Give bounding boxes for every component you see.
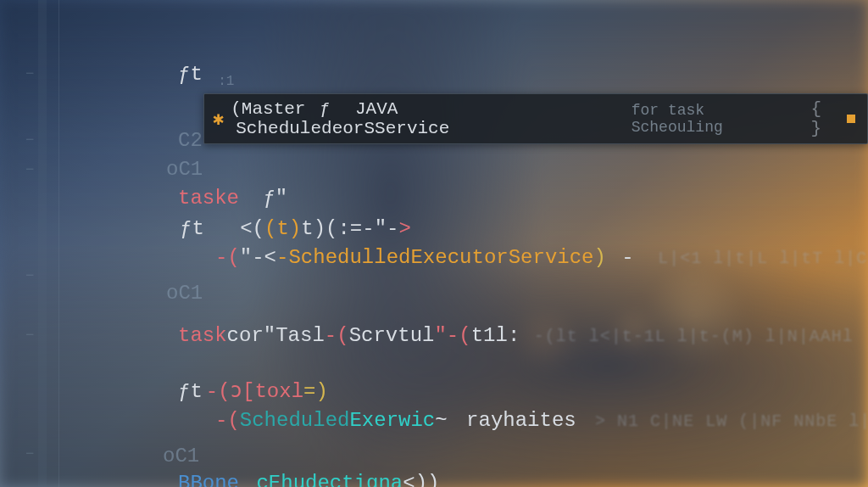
- token: ƒ": [263, 187, 287, 210]
- tooltip-tail: for task Scheouling: [632, 102, 804, 136]
- token: :1: [218, 74, 234, 89]
- token: -(: [325, 324, 349, 347]
- autocomplete-tooltip[interactable]: ✱ (Master ƒ JAVA ScheduledeorSService fo…: [203, 93, 868, 144]
- token: ): [594, 246, 606, 269]
- token-blurred: > N1 C|NE LW (|NF NNbE l|N|: [595, 411, 868, 431]
- code-line: C2: [178, 126, 203, 156]
- code-line: taske ƒ": [178, 183, 287, 214]
- token: t1l:: [471, 324, 520, 347]
- code-line: -(ScheduledExerwic~ rayhaites > N1 C|NE …: [215, 406, 868, 436]
- token: oC1: [163, 445, 199, 467]
- code-line: oC1: [166, 278, 203, 309]
- token: cor": [227, 324, 276, 347]
- token: -: [621, 246, 633, 269]
- token: ƒt: [178, 63, 203, 86]
- token: rayhaites: [466, 409, 576, 432]
- token-keyword: taske: [178, 187, 239, 210]
- token: "-(: [434, 324, 470, 347]
- star-icon: ✱: [213, 108, 224, 131]
- token-classname: SchedulledExecutorService: [288, 246, 593, 269]
- code-line: ƒt :1: [178, 59, 234, 92]
- token: -(ɔ[toxl: [206, 380, 303, 403]
- token: <(: [240, 217, 264, 240]
- token: t)(:=-"-: [301, 217, 398, 240]
- token: -(: [215, 409, 240, 432]
- token: <)): [403, 472, 439, 487]
- token: -: [276, 246, 288, 269]
- token: "-<: [240, 246, 276, 269]
- token: C2: [178, 129, 203, 152]
- token: -(: [215, 246, 240, 269]
- code-line: ƒt-(ɔ[toxl=): [178, 377, 328, 407]
- tooltip-symbols: { }: [811, 99, 841, 138]
- token-classname: Exerwic: [349, 409, 435, 432]
- token: oC1: [166, 282, 203, 305]
- square-icon: [847, 115, 855, 123]
- token: BBone: [178, 472, 239, 487]
- token: oC1: [166, 158, 203, 181]
- code-line: ƒt <((t)t)(:=-"->: [180, 214, 411, 244]
- token: (t): [264, 217, 301, 240]
- code-line: taskcor"Tasl-(Scrvtul"-(t1l: -(lt l<|t-1…: [178, 321, 854, 351]
- token-blurred: -(lt l<|t-1L l|t-(M) l|N|AAHl: [534, 327, 854, 346]
- token: ƒt: [178, 380, 203, 403]
- code-line: oC1: [166, 154, 203, 185]
- code-line: oC1: [163, 441, 199, 472]
- code-editor-content[interactable]: ƒt :1 C2 oC1 taske ƒ" ƒt <((t)t)(:=-"-> …: [0, 0, 868, 487]
- token: =): [303, 380, 328, 403]
- token: cEhudectigna: [256, 472, 403, 487]
- token-classname: Scheduled: [240, 409, 350, 432]
- token: >: [398, 217, 410, 240]
- tooltip-text: (Master ƒ JAVA ScheduledeorSService: [231, 99, 624, 138]
- token-keyword: task: [178, 324, 227, 347]
- code-line: BBone cEhudectigna<)): [178, 468, 439, 487]
- token: ƒt: [180, 217, 204, 240]
- code-line: -("-<-SchedulledExecutorService) - L|<1 …: [215, 243, 868, 273]
- token: ~: [435, 409, 447, 432]
- token: Tasl: [275, 324, 325, 347]
- token: Scrvtul: [349, 324, 435, 347]
- token-blurred: L|<1 l|t|L l|tT l|C|NE |l|L: [658, 249, 868, 268]
